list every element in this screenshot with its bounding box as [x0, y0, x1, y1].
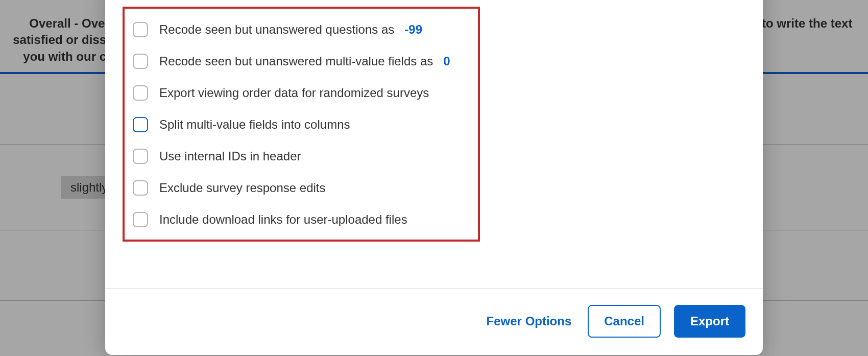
- checkbox-recode-unanswered-questions[interactable]: [133, 22, 148, 37]
- export-options-modal: Recode seen but unanswered questions as …: [105, 0, 763, 355]
- export-button[interactable]: Export: [674, 305, 745, 338]
- checkbox-export-viewing-order[interactable]: [133, 85, 148, 101]
- checkbox-include-download-links[interactable]: [133, 212, 148, 227]
- modal-body: Recode seen but unanswered questions as …: [105, 0, 763, 288]
- option-label: Include download links for user-uploaded…: [159, 212, 407, 227]
- cancel-button[interactable]: Cancel: [588, 305, 661, 338]
- option-label: Exclude survey response edits: [159, 181, 326, 196]
- modal-footer: Fewer Options Cancel Export: [105, 288, 763, 355]
- checkbox-split-multivalue[interactable]: [133, 117, 148, 132]
- fewer-options-button[interactable]: Fewer Options: [484, 309, 575, 334]
- option-internal-ids: Use internal IDs in header: [133, 149, 470, 164]
- option-export-viewing-order: Export viewing order data for randomized…: [133, 85, 470, 101]
- checkbox-exclude-edits[interactable]: [133, 180, 148, 196]
- option-recode-unanswered-multivalue: Recode seen but unanswered multi-value f…: [133, 54, 470, 69]
- options-highlight-box: Recode seen but unanswered questions as …: [123, 7, 480, 242]
- checkbox-recode-unanswered-multivalue[interactable]: [133, 54, 148, 69]
- option-label: Use internal IDs in header: [159, 149, 301, 164]
- option-include-download-links: Include download links for user-uploaded…: [133, 212, 470, 227]
- option-label: Recode seen but unanswered multi-value f…: [159, 54, 450, 69]
- option-label: Export viewing order data for randomized…: [159, 86, 429, 101]
- option-label: Recode seen but unanswered questions as …: [159, 22, 422, 37]
- editable-value-recode-questions[interactable]: -99: [404, 22, 422, 36]
- option-exclude-edits: Exclude survey response edits: [133, 180, 470, 196]
- editable-value-recode-multivalue[interactable]: 0: [443, 54, 450, 68]
- option-recode-unanswered-questions: Recode seen but unanswered questions as …: [133, 22, 470, 37]
- option-label: Split multi-value fields into columns: [159, 117, 350, 132]
- checkbox-internal-ids[interactable]: [133, 149, 148, 164]
- option-split-multivalue: Split multi-value fields into columns: [133, 117, 470, 132]
